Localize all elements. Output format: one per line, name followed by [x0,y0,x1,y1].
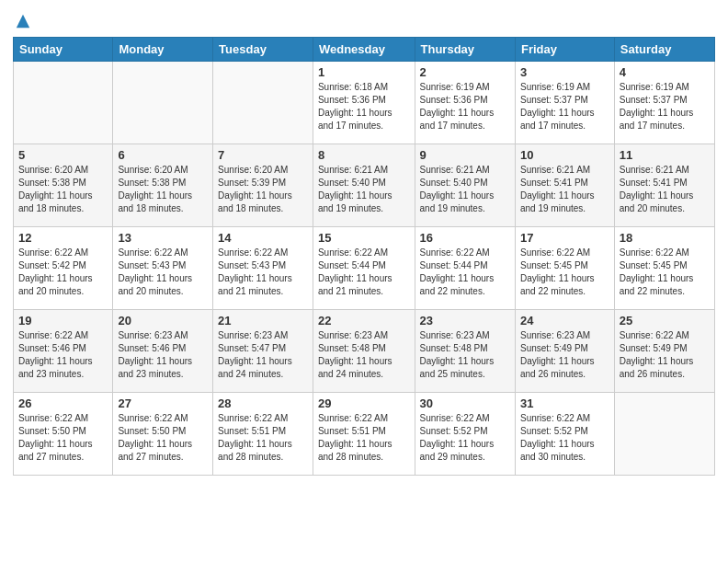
calendar: SundayMondayTuesdayWednesdayThursdayFrid… [13,37,715,476]
day-info: Sunrise: 6:22 AM Sunset: 5:51 PM Dayligh… [218,412,308,464]
day-info: Sunrise: 6:20 AM Sunset: 5:38 PM Dayligh… [18,164,108,215]
day-info: Sunrise: 6:22 AM Sunset: 5:43 PM Dayligh… [118,247,208,298]
weekday-header: Wednesday [313,38,415,62]
week-row: 26Sunrise: 6:22 AM Sunset: 5:50 PM Dayli… [14,393,715,476]
calendar-cell: 28Sunrise: 6:22 AM Sunset: 5:51 PM Dayli… [213,393,313,476]
calendar-cell: 23Sunrise: 6:23 AM Sunset: 5:48 PM Dayli… [415,310,515,393]
weekday-header: Thursday [415,38,515,62]
day-info: Sunrise: 6:21 AM Sunset: 5:41 PM Dayligh… [620,164,710,215]
week-row: 19Sunrise: 6:22 AM Sunset: 5:46 PM Dayli… [14,310,715,393]
calendar-cell: 3Sunrise: 6:19 AM Sunset: 5:37 PM Daylig… [515,62,614,144]
day-number: 5 [18,148,108,162]
day-info: Sunrise: 6:22 AM Sunset: 5:44 PM Dayligh… [318,247,410,298]
day-info: Sunrise: 6:22 AM Sunset: 5:49 PM Dayligh… [620,329,710,381]
calendar-cell: 29Sunrise: 6:22 AM Sunset: 5:51 PM Dayli… [313,393,415,476]
day-number: 30 [420,396,510,410]
day-info: Sunrise: 6:20 AM Sunset: 5:39 PM Dayligh… [218,164,308,215]
day-number: 4 [620,65,710,79]
day-number: 8 [318,148,410,162]
day-number: 29 [318,396,410,410]
weekday-header: Friday [515,38,614,62]
day-info: Sunrise: 6:22 AM Sunset: 5:52 PM Dayligh… [520,412,609,464]
day-number: 6 [118,148,208,162]
day-number: 24 [520,314,609,327]
weekday-header: Saturday [614,38,714,62]
day-number: 12 [18,231,108,245]
day-number: 31 [520,396,609,410]
day-number: 2 [420,65,510,79]
calendar-cell: 16Sunrise: 6:22 AM Sunset: 5:44 PM Dayli… [415,227,515,310]
day-number: 16 [420,231,510,245]
day-info: Sunrise: 6:22 AM Sunset: 5:50 PM Dayligh… [18,412,108,464]
weekday-header: Tuesday [213,38,313,62]
day-number: 14 [218,231,308,245]
week-row: 5Sunrise: 6:20 AM Sunset: 5:38 PM Daylig… [14,144,715,227]
day-number: 17 [520,231,609,245]
calendar-cell: 24Sunrise: 6:23 AM Sunset: 5:49 PM Dayli… [515,310,614,393]
calendar-cell: 25Sunrise: 6:22 AM Sunset: 5:49 PM Dayli… [614,310,714,393]
weekday-header: Monday [113,38,213,62]
day-number: 23 [420,314,510,327]
day-info: Sunrise: 6:22 AM Sunset: 5:52 PM Dayligh… [420,412,510,464]
day-info: Sunrise: 6:19 AM Sunset: 5:37 PM Dayligh… [620,81,710,132]
day-info: Sunrise: 6:22 AM Sunset: 5:46 PM Dayligh… [18,329,108,381]
calendar-cell: 27Sunrise: 6:22 AM Sunset: 5:50 PM Dayli… [113,393,213,476]
day-number: 21 [218,314,308,327]
day-number: 26 [18,396,108,410]
day-number: 19 [18,314,108,327]
day-number: 10 [520,148,609,162]
day-info: Sunrise: 6:20 AM Sunset: 5:38 PM Dayligh… [118,164,208,215]
calendar-cell: 2Sunrise: 6:19 AM Sunset: 5:36 PM Daylig… [415,62,515,144]
day-info: Sunrise: 6:22 AM Sunset: 5:45 PM Dayligh… [620,247,710,298]
day-info: Sunrise: 6:23 AM Sunset: 5:48 PM Dayligh… [318,329,410,381]
calendar-cell: 7Sunrise: 6:20 AM Sunset: 5:39 PM Daylig… [213,144,313,227]
day-info: Sunrise: 6:21 AM Sunset: 5:40 PM Dayligh… [318,164,410,215]
calendar-cell: 22Sunrise: 6:23 AM Sunset: 5:48 PM Dayli… [313,310,415,393]
logo [13,13,31,29]
day-number: 15 [318,231,410,245]
day-info: Sunrise: 6:22 AM Sunset: 5:44 PM Dayligh… [420,247,510,298]
calendar-cell: 17Sunrise: 6:22 AM Sunset: 5:45 PM Dayli… [515,227,614,310]
calendar-cell: 8Sunrise: 6:21 AM Sunset: 5:40 PM Daylig… [313,144,415,227]
calendar-cell: 5Sunrise: 6:20 AM Sunset: 5:38 PM Daylig… [14,144,113,227]
day-info: Sunrise: 6:23 AM Sunset: 5:47 PM Dayligh… [218,329,308,381]
day-number: 27 [118,396,208,410]
day-number: 25 [620,314,710,327]
calendar-cell: 15Sunrise: 6:22 AM Sunset: 5:44 PM Dayli… [313,227,415,310]
calendar-cell [213,62,313,144]
calendar-cell: 13Sunrise: 6:22 AM Sunset: 5:43 PM Dayli… [113,227,213,310]
calendar-cell: 18Sunrise: 6:22 AM Sunset: 5:45 PM Dayli… [614,227,714,310]
day-number: 20 [118,314,208,327]
day-number: 13 [118,231,208,245]
calendar-cell: 19Sunrise: 6:22 AM Sunset: 5:46 PM Dayli… [14,310,113,393]
day-number: 1 [318,65,410,79]
calendar-cell: 21Sunrise: 6:23 AM Sunset: 5:47 PM Dayli… [213,310,313,393]
day-info: Sunrise: 6:19 AM Sunset: 5:37 PM Dayligh… [520,81,609,132]
weekday-header-row: SundayMondayTuesdayWednesdayThursdayFrid… [14,38,715,62]
page-header [13,9,715,29]
day-number: 7 [218,148,308,162]
calendar-cell [14,62,113,144]
calendar-cell [113,62,213,144]
day-info: Sunrise: 6:23 AM Sunset: 5:49 PM Dayligh… [520,329,609,381]
day-info: Sunrise: 6:21 AM Sunset: 5:41 PM Dayligh… [520,164,609,215]
day-info: Sunrise: 6:22 AM Sunset: 5:50 PM Dayligh… [118,412,208,464]
day-number: 3 [520,65,609,79]
calendar-cell: 4Sunrise: 6:19 AM Sunset: 5:37 PM Daylig… [614,62,714,144]
day-info: Sunrise: 6:22 AM Sunset: 5:43 PM Dayligh… [218,247,308,298]
calendar-cell: 6Sunrise: 6:20 AM Sunset: 5:38 PM Daylig… [113,144,213,227]
day-info: Sunrise: 6:22 AM Sunset: 5:51 PM Dayligh… [318,412,410,464]
day-info: Sunrise: 6:21 AM Sunset: 5:40 PM Dayligh… [420,164,510,215]
week-row: 1Sunrise: 6:18 AM Sunset: 5:36 PM Daylig… [14,62,715,144]
logo-icon [15,13,31,29]
day-number: 9 [420,148,510,162]
calendar-cell [614,393,714,476]
day-number: 22 [318,314,410,327]
day-info: Sunrise: 6:19 AM Sunset: 5:36 PM Dayligh… [420,81,510,132]
calendar-cell: 1Sunrise: 6:18 AM Sunset: 5:36 PM Daylig… [313,62,415,144]
calendar-cell: 11Sunrise: 6:21 AM Sunset: 5:41 PM Dayli… [614,144,714,227]
calendar-cell: 31Sunrise: 6:22 AM Sunset: 5:52 PM Dayli… [515,393,614,476]
day-number: 18 [620,231,710,245]
day-info: Sunrise: 6:23 AM Sunset: 5:48 PM Dayligh… [420,329,510,381]
day-number: 11 [620,148,710,162]
